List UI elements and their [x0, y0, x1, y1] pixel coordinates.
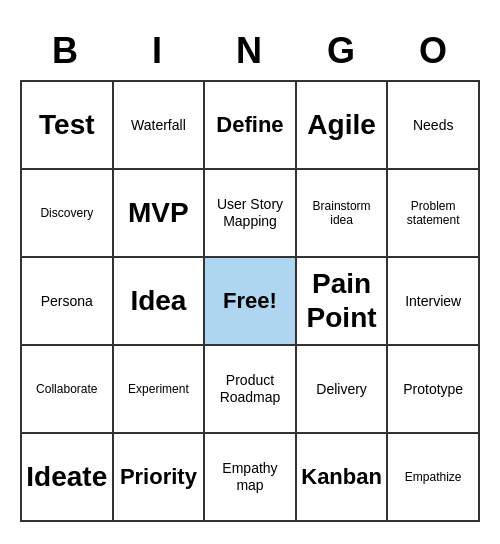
cell-r4-c2: Empathy map — [205, 434, 297, 522]
cell-r4-c3: Kanban — [297, 434, 389, 522]
header-letter: N — [204, 22, 296, 80]
cell-r3-c0: Collaborate — [22, 346, 114, 434]
cell-r4-c0: Ideate — [22, 434, 114, 522]
cell-r2-c2: Free! — [205, 258, 297, 346]
cell-r1-c3: Brainstorm idea — [297, 170, 389, 258]
cell-r0-c0: Test — [22, 82, 114, 170]
cell-r3-c4: Prototype — [388, 346, 480, 434]
header-letter: B — [20, 22, 112, 80]
cell-r4-c4: Empathize — [388, 434, 480, 522]
cell-r1-c1: MVP — [114, 170, 206, 258]
cell-r2-c3: Pain Point — [297, 258, 389, 346]
cell-r0-c2: Define — [205, 82, 297, 170]
cell-r3-c1: Experiment — [114, 346, 206, 434]
cell-r0-c3: Agile — [297, 82, 389, 170]
header-letter: G — [296, 22, 388, 80]
header-letter: I — [112, 22, 204, 80]
bingo-card: BINGO TestWaterfallDefineAgileNeedsDisco… — [20, 22, 480, 522]
cell-r3-c2: Product Roadmap — [205, 346, 297, 434]
cell-r2-c1: Idea — [114, 258, 206, 346]
cell-r0-c4: Needs — [388, 82, 480, 170]
cell-r1-c2: User Story Mapping — [205, 170, 297, 258]
header-letter: O — [388, 22, 480, 80]
cell-r1-c4: Problem statement — [388, 170, 480, 258]
cell-r1-c0: Discovery — [22, 170, 114, 258]
cell-r4-c1: Priority — [114, 434, 206, 522]
bingo-header: BINGO — [20, 22, 480, 80]
cell-r2-c4: Interview — [388, 258, 480, 346]
cell-r2-c0: Persona — [22, 258, 114, 346]
bingo-grid: TestWaterfallDefineAgileNeedsDiscoveryMV… — [20, 80, 480, 522]
cell-r3-c3: Delivery — [297, 346, 389, 434]
cell-r0-c1: Waterfall — [114, 82, 206, 170]
